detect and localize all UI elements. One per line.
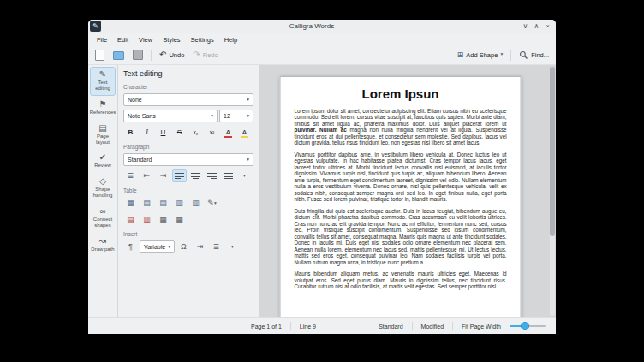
open-document-button[interactable] (110, 48, 127, 62)
scrollbar-thumb[interactable] (550, 67, 555, 236)
special-character-button[interactable]: Ω (176, 240, 191, 253)
add-shape-icon: ⊞ (457, 51, 464, 59)
dock-tab-draw-path[interactable]: ↝ Draw path (90, 234, 116, 257)
menu-file[interactable]: File (92, 35, 112, 45)
index-button[interactable]: ≣ (209, 240, 224, 253)
align-center-icon (191, 173, 200, 180)
bold-text: pulvinar. Nullam ac (295, 127, 347, 133)
row-above-icon: ▤ (143, 199, 151, 207)
save-document-button[interactable] (130, 48, 146, 62)
increase-indent-button[interactable]: ⇥ (156, 169, 170, 182)
zoom-slider-handle[interactable] (521, 322, 529, 330)
dock-tab-references[interactable]: ⚑ References (90, 97, 116, 120)
table-style-button[interactable]: ✎ ▾ (205, 197, 219, 210)
row-below-icon: ▤ (159, 199, 167, 207)
main-toolbar: ↶ Undo ↷ Redo ⊞ Add Shape ▾ Find... (88, 45, 556, 65)
paragraph-style-select[interactable]: Standard ▾ (123, 153, 253, 166)
dock-tab-review[interactable]: ✔ Review (90, 150, 116, 173)
font-color-button[interactable]: A (221, 126, 236, 139)
dock-tab-shape-handling[interactable]: ◇ Shape handling (90, 174, 116, 203)
column-right-icon: ▥ (192, 199, 200, 207)
vertical-scrollbar[interactable] (550, 67, 555, 316)
zoom-mode-button[interactable]: Fit Page Width (462, 323, 501, 329)
save-icon (133, 50, 143, 60)
find-label: Find... (531, 51, 549, 59)
close-button[interactable]: × (543, 21, 552, 31)
decrease-indent-button[interactable]: ⇤ (140, 169, 154, 182)
redo-button[interactable]: ↷ Redo (190, 49, 220, 61)
menu-styles[interactable]: Styles (158, 35, 185, 45)
menu-edit[interactable]: Edit (112, 35, 134, 45)
statusbar-separator (290, 322, 291, 330)
delete-column-button[interactable]: ▥ (140, 213, 154, 226)
chevron-down-icon: ▾ (243, 174, 246, 179)
align-center-button[interactable] (188, 169, 203, 182)
document-page[interactable]: Lorem Ipsun Lorem ipsum dolor sit amet, … (280, 76, 522, 317)
dock-tab-label: Text editing (91, 80, 115, 92)
highlight-color-button[interactable]: A (237, 126, 252, 139)
dock-tab-text-editing[interactable]: ✎ Text editing (90, 67, 116, 96)
variable-label: Variable (144, 244, 165, 250)
character-style-select[interactable]: None ▾ (123, 93, 253, 106)
dock-tab-page-layout[interactable]: ▤ Page layout (90, 121, 116, 150)
paragraph-2: Vivamus porttitor dapibus ante, in vesti… (295, 151, 507, 203)
undo-button[interactable]: ↶ Undo (157, 49, 187, 61)
minimize-button[interactable]: ∨ (521, 21, 530, 31)
paragraph-4: Mauris bibendum aliquam metus, ac venena… (295, 270, 507, 289)
app-icon-glyph: ✎ (92, 22, 98, 30)
list-format-button[interactable]: ≣ (123, 169, 138, 182)
list-icon: ≣ (128, 172, 134, 180)
chevron-down-icon: ▾ (214, 201, 217, 206)
strikethrough-button[interactable]: S (172, 126, 187, 139)
zoom-slider[interactable] (510, 325, 546, 327)
insert-row-below-button[interactable]: ▤ (156, 197, 170, 210)
split-cells-button[interactable]: ▦ (172, 213, 187, 226)
delete-row-button[interactable]: ▤ (123, 213, 138, 226)
menu-help[interactable]: Help (219, 35, 242, 45)
menu-settings[interactable]: Settings (186, 35, 219, 45)
underline-button[interactable]: U (156, 126, 170, 139)
insert-column-left-button[interactable]: ▥ (172, 197, 187, 210)
review-icon: ✔ (99, 153, 106, 162)
statusbar: Page 1 of 1 Line 9 Standard Modified Fit… (88, 317, 556, 334)
dock-tab-label: References (90, 110, 116, 116)
align-left-button[interactable] (172, 169, 187, 182)
add-shape-button[interactable]: ⊞ Add Shape ▾ (455, 50, 505, 61)
align-justify-button[interactable] (221, 169, 236, 182)
superscript-button[interactable]: x² (205, 126, 219, 139)
app-icon[interactable]: ✎ (90, 21, 101, 32)
merge-cells-button[interactable]: ▦ (156, 213, 170, 226)
formatting-marks-button[interactable]: ¶ (123, 240, 138, 253)
font-size-select[interactable]: 12 ▾ (219, 110, 253, 122)
more-options-button[interactable]: … (253, 126, 259, 139)
menu-view[interactable]: View (134, 35, 158, 45)
subscript-button[interactable]: x₂ (188, 126, 203, 139)
insert-column-right-button[interactable]: ▥ (188, 197, 203, 210)
dock-tab-label: Draw path (91, 246, 114, 252)
split-cells-icon: ▦ (176, 216, 183, 223)
modified-indicator: Modified (421, 323, 444, 329)
align-right-icon (207, 173, 217, 180)
variable-dropdown[interactable]: Variable ▾ (140, 240, 175, 253)
dock-tab-connect-shapes[interactable]: ∞ Connect shapes (90, 204, 116, 233)
find-button[interactable]: Find... (516, 49, 552, 62)
line-spacing-button[interactable]: ▾ (237, 169, 252, 182)
insert-row-above-button[interactable]: ▤ (140, 197, 154, 210)
text-editing-icon: ✎ (99, 70, 106, 79)
italic-button[interactable]: I (140, 126, 154, 139)
insert-table-button[interactable]: ▦ (123, 197, 138, 210)
window-title: Calligra Words (103, 22, 521, 30)
new-document-button[interactable] (92, 48, 107, 62)
panel-title: Text editing (123, 69, 253, 78)
font-family-select[interactable]: Noto Sans ▾ (123, 110, 218, 122)
maximize-button[interactable]: ∧ (532, 21, 541, 31)
insert-more-button[interactable]: ▾ (225, 240, 240, 253)
redo-icon: ↷ (193, 50, 200, 59)
page-break-button[interactable]: ⇥ (193, 240, 207, 253)
indent-icon: ⇥ (160, 172, 167, 180)
align-right-button[interactable] (205, 169, 219, 182)
titlebar[interactable]: ✎ Calligra Words ∨ ∧ × (88, 20, 556, 33)
chevron-down-icon: ▾ (231, 245, 234, 250)
shape-handling-icon: ◇ (99, 177, 106, 186)
bold-button[interactable]: B (123, 126, 138, 139)
